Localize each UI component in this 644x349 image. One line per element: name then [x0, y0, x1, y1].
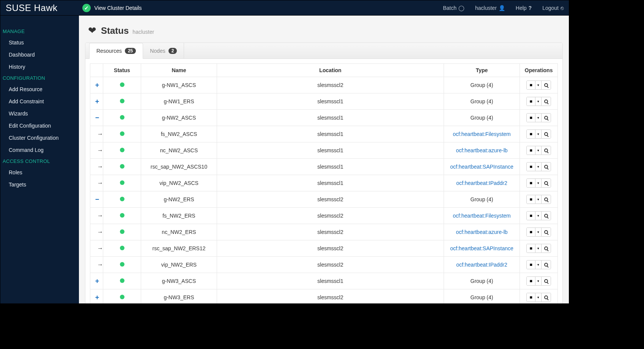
resource-location: slesmsscl2 — [217, 77, 444, 93]
col-location[interactable]: Location — [217, 64, 444, 77]
expand-button[interactable]: + — [94, 81, 100, 89]
operations-dropdown-button[interactable]: ▾ — [535, 130, 542, 138]
col-type[interactable]: Type — [444, 64, 520, 77]
details-button[interactable] — [542, 244, 551, 253]
details-button[interactable] — [542, 130, 551, 138]
collapse-button[interactable]: − — [94, 196, 100, 204]
operations-group: ■▾ — [526, 211, 551, 220]
details-button[interactable] — [542, 195, 551, 204]
resource-name: g-NW2_ASCS — [141, 110, 217, 126]
operations-dropdown-button[interactable]: ▾ — [535, 228, 542, 236]
resource-type-link[interactable]: ocf:heartbeat:Filesystem — [453, 131, 511, 137]
operations-dropdown-button[interactable]: ▾ — [535, 261, 542, 269]
status-ok-icon — [120, 131, 124, 136]
brand-logo: SUSE Hawk — [6, 3, 58, 13]
table-row: −g-NW2_ERSslesmsscl2Group (4)■▾ — [90, 191, 558, 208]
logout-link[interactable]: Logout ⎋ — [542, 5, 564, 11]
details-button[interactable] — [542, 163, 551, 171]
resource-location: slesmsscl1 — [217, 126, 444, 142]
operations-dropdown-button[interactable]: ▾ — [535, 293, 542, 302]
expand-button[interactable]: + — [94, 98, 100, 106]
stop-button[interactable]: ■ — [527, 261, 535, 269]
details-button[interactable] — [542, 228, 551, 236]
user-link[interactable]: hacluster 👤 — [475, 5, 505, 11]
stop-button[interactable]: ■ — [527, 179, 535, 187]
operations-dropdown-button[interactable]: ▾ — [535, 146, 542, 155]
operations-dropdown-button[interactable]: ▾ — [535, 81, 542, 89]
sidebar-item-roles[interactable]: Roles — [0, 166, 79, 178]
table-row: →fs_NW2_ERSslesmsscl2ocf:heartbeat:Files… — [90, 208, 558, 224]
stop-button[interactable]: ■ — [527, 163, 535, 171]
details-button[interactable] — [542, 293, 551, 302]
tab-resources[interactable]: Resources 25 — [89, 43, 143, 59]
child-arrow-icon: → — [97, 180, 103, 186]
details-button[interactable] — [542, 97, 551, 106]
stop-button[interactable]: ■ — [527, 228, 535, 236]
stop-button[interactable]: ■ — [527, 146, 535, 155]
details-button[interactable] — [542, 261, 551, 269]
operations-dropdown-button[interactable]: ▾ — [535, 179, 542, 187]
details-button[interactable] — [542, 146, 551, 155]
resource-type: ocf:heartbeat:SAPInstance — [444, 159, 520, 175]
operations-dropdown-button[interactable]: ▾ — [535, 163, 542, 171]
sidebar-item-add-resource[interactable]: Add Resource — [0, 83, 79, 95]
operations-dropdown-button[interactable]: ▾ — [535, 212, 542, 220]
details-button[interactable] — [542, 114, 551, 122]
resource-type: Group (4) — [444, 273, 520, 289]
stop-button[interactable]: ■ — [527, 97, 535, 106]
status-panel: Resources 25 Nodes 2 — [85, 43, 563, 303]
operations-dropdown-button[interactable]: ▾ — [535, 195, 542, 204]
details-button[interactable] — [542, 179, 551, 187]
col-operations[interactable]: Operations — [520, 64, 558, 77]
resource-type-link[interactable]: ocf:heartbeat:IPaddr2 — [456, 180, 507, 186]
resource-name: rsc_sap_NW2_ERS12 — [141, 240, 217, 257]
operations-dropdown-button[interactable]: ▾ — [535, 97, 542, 106]
tab-nodes[interactable]: Nodes 2 — [143, 43, 184, 58]
sidebar-item-dashboard[interactable]: Dashboard — [0, 49, 79, 61]
col-status[interactable]: Status — [103, 64, 141, 77]
stop-button[interactable]: ■ — [527, 81, 535, 89]
resource-name: fs_NW2_ASCS — [141, 126, 217, 142]
sidebar-item-add-constraint[interactable]: Add Constraint — [0, 95, 79, 107]
help-link[interactable]: Help ? — [516, 5, 532, 11]
sidebar-item-history[interactable]: History — [0, 61, 79, 73]
stop-button[interactable]: ■ — [527, 195, 535, 204]
sidebar-item-status[interactable]: Status — [0, 36, 79, 49]
operations-dropdown-button[interactable]: ▾ — [535, 114, 542, 122]
child-arrow-icon: → — [97, 212, 103, 219]
child-arrow-icon: → — [97, 229, 103, 235]
stop-button[interactable]: ■ — [527, 244, 535, 253]
operations-dropdown-button[interactable]: ▾ — [535, 244, 542, 253]
resource-type-link[interactable]: ocf:heartbeat:IPaddr2 — [456, 262, 507, 268]
sidebar-item-command-log[interactable]: Command Log — [0, 144, 79, 156]
view-cluster-details-link[interactable]: ✓ View Cluster Details — [82, 4, 142, 12]
resource-type-link[interactable]: ocf:heartbeat:Filesystem — [453, 213, 511, 219]
expand-button[interactable]: + — [94, 277, 100, 285]
sidebar-item-cluster-configuration[interactable]: Cluster Configuration — [0, 132, 79, 144]
resource-type: ocf:heartbeat:Filesystem — [444, 126, 520, 142]
expand-button[interactable]: + — [94, 294, 100, 302]
sidebar-item-wizards[interactable]: Wizards — [0, 107, 79, 120]
stop-button[interactable]: ■ — [527, 130, 535, 138]
resource-type-link[interactable]: ocf:heartbeat:SAPInstance — [450, 245, 513, 251]
batch-link[interactable]: Batch ◯ — [443, 5, 464, 11]
resource-type-link[interactable]: ocf:heartbeat:SAPInstance — [450, 164, 513, 170]
stop-button[interactable]: ■ — [527, 212, 535, 220]
sidebar-item-edit-configuration[interactable]: Edit Configuration — [0, 120, 79, 132]
stop-button[interactable]: ■ — [527, 293, 535, 302]
resource-type-link[interactable]: ocf:heartbeat:azure-lb — [456, 229, 507, 235]
status-ok-icon — [120, 115, 124, 120]
resource-type-link[interactable]: ocf:heartbeat:azure-lb — [456, 147, 507, 153]
col-name[interactable]: Name — [141, 64, 217, 77]
resource-location: slesmsscl2 — [217, 289, 444, 304]
details-button[interactable] — [542, 277, 551, 285]
operations-group: ■▾ — [526, 81, 551, 90]
stop-button[interactable]: ■ — [527, 277, 535, 285]
stop-button[interactable]: ■ — [527, 114, 535, 122]
table-row: →rsc_sap_NW2_ASCS10slesmsscl1ocf:heartbe… — [90, 159, 558, 175]
collapse-button[interactable]: − — [94, 114, 100, 122]
sidebar-item-targets[interactable]: Targets — [0, 178, 79, 191]
operations-dropdown-button[interactable]: ▾ — [535, 277, 542, 285]
details-button[interactable] — [542, 81, 551, 89]
details-button[interactable] — [542, 212, 551, 220]
